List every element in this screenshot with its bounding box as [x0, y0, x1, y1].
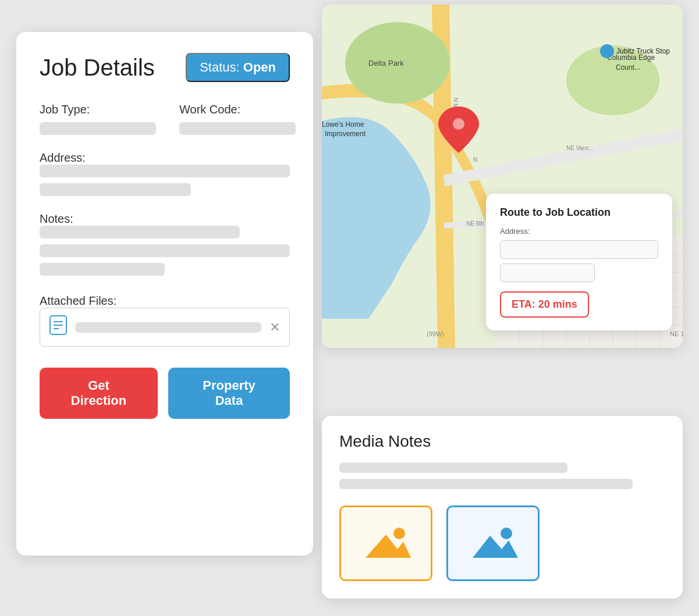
- notes-label: Notes:: [40, 212, 73, 225]
- work-code-value: [179, 122, 296, 135]
- map-background: Delta Park Columbia Edge Count... Jubitz…: [322, 5, 683, 348]
- address-label: Address:: [40, 151, 86, 164]
- notes-lines: [40, 226, 290, 276]
- address-lines: [40, 165, 290, 196]
- work-code-group: Work Code:: [179, 103, 296, 135]
- svg-text:NE Vanc...: NE Vanc...: [566, 145, 594, 151]
- status-label: Status:: [200, 60, 239, 74]
- svg-text:Improvement: Improvement: [325, 130, 366, 138]
- media-text-lines: [339, 462, 665, 489]
- svg-text:Lowe's Home: Lowe's Home: [322, 120, 364, 129]
- svg-text:Jubitz Truck Stop: Jubitz Truck Stop: [616, 47, 670, 55]
- svg-text:Count...: Count...: [616, 63, 640, 72]
- svg-point-41: [501, 528, 512, 539]
- svg-point-39: [393, 528, 405, 539]
- notes-line-1: [40, 226, 240, 238]
- file-icon: [49, 315, 67, 339]
- job-details-card: Job Details Status: Open Job Type: Work …: [16, 32, 313, 556]
- job-type-group: Job Type:: [40, 103, 156, 135]
- status-value: Open: [243, 60, 276, 74]
- notes-line-3: [40, 263, 165, 276]
- address-section: Address:: [40, 151, 290, 196]
- media-notes-title: Media Notes: [339, 432, 665, 451]
- svg-text:NE 15...: NE 15...: [670, 330, 683, 337]
- svg-marker-42: [473, 536, 518, 558]
- job-type-label: Job Type:: [40, 103, 156, 116]
- route-overlay: Route to Job Location Address: ETA: 20 m…: [486, 194, 672, 330]
- job-type-work-code-row: Job Type: Work Code:: [40, 103, 290, 135]
- property-data-button[interactable]: Property Data: [168, 368, 290, 419]
- attached-files-section: Attached Files: ✕: [40, 294, 290, 347]
- eta-badge: ETA: 20 mins: [500, 291, 589, 318]
- file-item: ✕: [40, 308, 290, 347]
- notes-section: Notes:: [40, 212, 290, 276]
- media-image-orange[interactable]: [339, 505, 432, 581]
- close-icon[interactable]: ✕: [269, 320, 280, 335]
- work-code-label: Work Code:: [179, 103, 296, 116]
- svg-point-24: [600, 44, 614, 58]
- attached-files-label: Attached Files:: [40, 294, 116, 307]
- media-image-blue[interactable]: [446, 505, 540, 581]
- media-text-line-1: [339, 462, 567, 473]
- svg-text:N: N: [473, 156, 477, 163]
- file-name: [75, 322, 261, 333]
- notes-line-2: [40, 244, 290, 257]
- svg-text:Delta Park: Delta Park: [368, 59, 404, 67]
- get-direction-button[interactable]: Get Direction: [40, 368, 158, 419]
- media-notes-card: Media Notes: [322, 416, 683, 599]
- svg-point-38: [453, 118, 464, 130]
- job-details-title: Job Details: [40, 55, 155, 81]
- route-input-1[interactable]: [500, 240, 658, 259]
- address-line-1: [40, 165, 290, 177]
- route-address-label: Address:: [500, 227, 658, 236]
- route-title: Route to Job Location: [500, 206, 658, 219]
- media-images: [339, 505, 665, 581]
- route-input-2[interactable]: [500, 264, 595, 282]
- job-details-header: Job Details Status: Open: [40, 53, 290, 82]
- action-buttons: Get Direction Property Data: [40, 368, 290, 419]
- job-type-value: [40, 122, 156, 135]
- status-badge[interactable]: Status: Open: [186, 53, 290, 82]
- svg-text:(99W): (99W): [427, 330, 444, 337]
- svg-marker-40: [366, 535, 411, 558]
- map-card[interactable]: Delta Park Columbia Edge Count... Jubitz…: [322, 5, 683, 348]
- address-line-2: [40, 183, 191, 196]
- media-text-line-2: [339, 479, 633, 489]
